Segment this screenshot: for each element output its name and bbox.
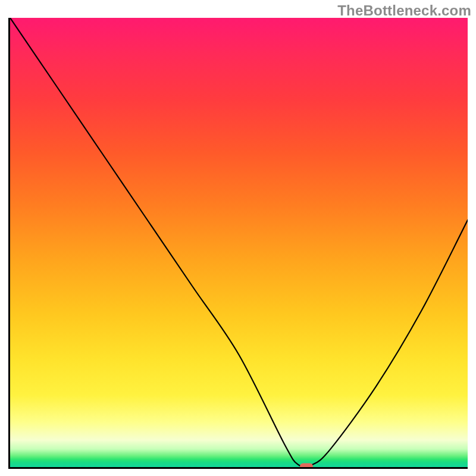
plot-area [10,18,468,467]
plot-frame [8,18,468,469]
heat-gradient [10,18,468,467]
optimal-marker [300,464,313,467]
chart-stage: TheBottleneck.com [0,0,476,476]
watermark-text: TheBottleneck.com [337,2,471,19]
